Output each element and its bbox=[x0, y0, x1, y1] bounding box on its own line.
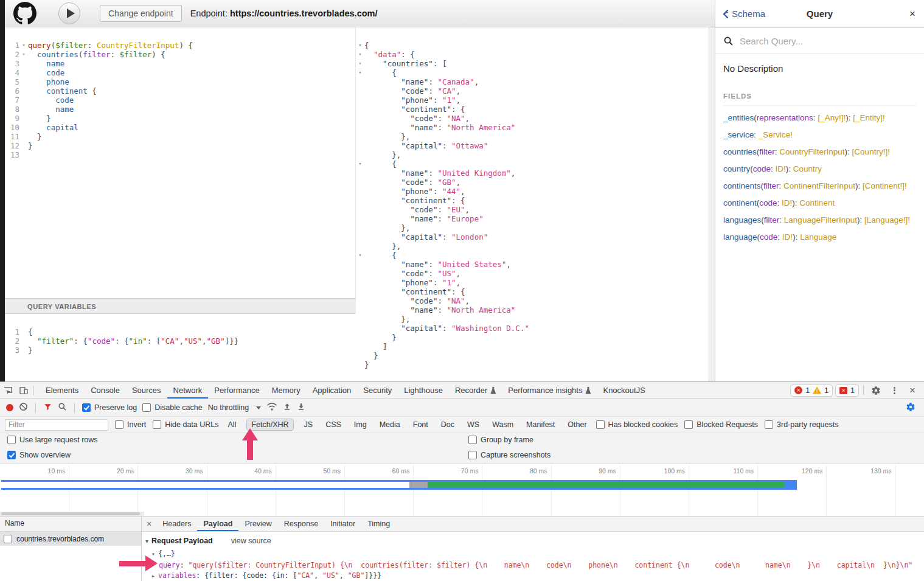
doc-field-item[interactable]: _entities(representations: [_Any!]!): [_… bbox=[723, 110, 916, 127]
code-line[interactable]: 10 capital bbox=[5, 123, 355, 132]
devtools-tab-security[interactable]: Security bbox=[357, 382, 398, 398]
code-line[interactable]: "capital": "London" bbox=[356, 232, 709, 242]
request-payload-section[interactable]: ▾ Request Payload view source bbox=[145, 537, 924, 545]
request-overview-bar[interactable] bbox=[1, 480, 797, 490]
network-conditions-icon[interactable] bbox=[266, 402, 277, 413]
code-line[interactable]: 2▾ countries(filter: $filter) { bbox=[5, 50, 355, 59]
resource-filter-wasm[interactable]: Wasm bbox=[490, 419, 516, 430]
code-line[interactable]: 8 name bbox=[5, 105, 355, 114]
devtools-tab-memory[interactable]: Memory bbox=[266, 382, 307, 398]
code-line[interactable]: "name": "United States", bbox=[356, 260, 709, 269]
code-line[interactable]: } bbox=[356, 360, 709, 369]
horizontal-scrollbar[interactable] bbox=[0, 512, 144, 516]
code-line[interactable]: ▾ { bbox=[356, 68, 709, 77]
disable-cache-checkbox[interactable]: Disable cache bbox=[142, 403, 203, 412]
filter-funnel-icon[interactable] bbox=[43, 403, 52, 413]
code-line[interactable]: ▾ "countries": [ bbox=[356, 59, 709, 68]
doc-field-item[interactable]: continent(code: ID!): Continent bbox=[723, 195, 916, 212]
detail-tab-timing[interactable]: Timing bbox=[361, 517, 396, 531]
export-har-icon[interactable] bbox=[297, 402, 305, 413]
code-line[interactable]: 3 name bbox=[5, 59, 355, 68]
disclosure-open-icon[interactable]: ▾ bbox=[145, 538, 148, 544]
detail-tab-initiator[interactable]: Initiator bbox=[324, 517, 361, 531]
fold-arrow-icon[interactable]: ▾ bbox=[356, 59, 364, 68]
requests-name-column-header[interactable]: Name bbox=[0, 517, 141, 532]
settings-gear-icon[interactable] bbox=[868, 386, 884, 395]
third-party-requests-checkbox[interactable]: 3rd-party requests bbox=[765, 420, 838, 429]
code-line[interactable]: ▾{ bbox=[356, 41, 709, 50]
devtools-tab-console[interactable]: Console bbox=[85, 382, 126, 398]
resource-filter-js[interactable]: JS bbox=[302, 419, 316, 430]
fold-arrow-icon[interactable]: ▾ bbox=[19, 50, 28, 59]
device-toolbar-icon[interactable] bbox=[16, 382, 32, 398]
code-line[interactable]: 6 continent { bbox=[5, 86, 355, 96]
code-line[interactable]: }, bbox=[356, 150, 709, 159]
devtools-close-icon[interactable]: × bbox=[905, 384, 920, 397]
github-logo-icon[interactable] bbox=[13, 2, 36, 25]
preserve-log-checkbox[interactable]: Preserve log bbox=[82, 403, 137, 412]
detail-tab-response[interactable]: Response bbox=[278, 517, 324, 531]
code-line[interactable]: "code": "CA", bbox=[356, 86, 709, 96]
fold-arrow-icon[interactable]: ▾ bbox=[356, 159, 364, 169]
has-blocked-cookies-checkbox[interactable]: Has blocked cookies bbox=[596, 420, 678, 429]
devtools-tab-performance[interactable]: Performance bbox=[208, 382, 265, 398]
devtools-tab-knockoutjs[interactable]: KnockoutJS bbox=[597, 382, 651, 398]
code-line[interactable]: "name": "North America" bbox=[356, 305, 709, 315]
throttling-select[interactable]: No throttling bbox=[208, 403, 261, 412]
request-row[interactable]: countries.trevorblades.com bbox=[0, 532, 141, 546]
search-icon[interactable] bbox=[58, 402, 67, 413]
code-line[interactable]: ▾ { bbox=[356, 159, 709, 169]
code-line[interactable]: "continent": { bbox=[356, 105, 709, 114]
request-row-checkbox[interactable] bbox=[4, 535, 12, 543]
code-line[interactable]: "name": "North America" bbox=[356, 123, 709, 132]
show-overview-checkbox[interactable]: Show overview bbox=[7, 451, 71, 459]
graphiql-response-pane[interactable]: ▾{▾ "data": {▾ "countries": [▾ { "name":… bbox=[356, 27, 709, 381]
code-line[interactable]: "phone": "44", bbox=[356, 187, 709, 196]
resource-filter-img[interactable]: Img bbox=[352, 419, 369, 430]
record-icon[interactable] bbox=[6, 404, 13, 411]
code-line[interactable]: }, bbox=[356, 223, 709, 232]
use-large-request-rows-checkbox[interactable]: Use large request rows bbox=[7, 436, 98, 444]
devtools-tab-elements[interactable]: Elements bbox=[40, 382, 85, 398]
doc-field-item[interactable]: continents(filter: ContinentFilterInput)… bbox=[723, 178, 916, 195]
resource-filter-all[interactable]: All bbox=[226, 419, 239, 430]
resource-filter-other[interactable]: Other bbox=[565, 419, 589, 430]
payload-root-node[interactable]: ▾ {,…} bbox=[151, 549, 924, 558]
execute-query-button[interactable] bbox=[58, 2, 80, 24]
devtools-tab-network[interactable]: Network bbox=[167, 382, 209, 398]
code-line[interactable]: 1▾query($filter: CountryFilterInput) { bbox=[5, 41, 355, 50]
code-line[interactable]: }, bbox=[356, 315, 709, 324]
doc-close-icon[interactable]: × bbox=[909, 8, 915, 20]
resource-filter-media[interactable]: Media bbox=[377, 419, 403, 430]
fold-arrow-icon[interactable]: ▾ bbox=[356, 50, 364, 59]
code-line[interactable]: 3} bbox=[5, 346, 356, 355]
detail-tab-preview[interactable]: Preview bbox=[238, 517, 277, 531]
group-by-frame-checkbox[interactable]: Group by frame bbox=[468, 436, 533, 444]
devtools-tab-application[interactable]: Application bbox=[307, 382, 358, 398]
detail-close-icon[interactable]: × bbox=[142, 519, 156, 529]
query-variables-header[interactable]: QUERY VARIABLES bbox=[5, 298, 356, 314]
code-line[interactable]: } bbox=[356, 333, 709, 342]
code-line[interactable]: "capital": "Ottawa" bbox=[356, 141, 709, 150]
code-line[interactable]: "capital": "Washington D.C." bbox=[356, 324, 709, 333]
inspect-element-icon[interactable] bbox=[0, 382, 16, 398]
code-line[interactable]: "phone": "1", bbox=[356, 96, 709, 105]
fold-arrow-icon[interactable]: ▾ bbox=[19, 41, 28, 50]
network-overview-timeline[interactable]: 10 ms20 ms30 ms40 ms50 ms60 ms70 ms80 ms… bbox=[0, 464, 924, 517]
code-line[interactable]: "code": "US", bbox=[356, 269, 709, 278]
network-filter-input[interactable] bbox=[5, 419, 108, 431]
code-line[interactable]: }, bbox=[356, 132, 709, 141]
invert-checkbox[interactable]: Invert bbox=[115, 420, 146, 429]
capture-screenshots-checkbox[interactable]: Capture screenshots bbox=[468, 451, 551, 459]
code-line[interactable]: "name": "United Kingdom", bbox=[356, 169, 709, 178]
code-line[interactable]: ▾ { bbox=[356, 251, 709, 260]
payload-query-line[interactable]: query: "query($filter: CountryFilterInpu… bbox=[159, 561, 924, 569]
code-line[interactable]: 7 code bbox=[5, 96, 355, 105]
code-line[interactable]: "continent": { bbox=[356, 287, 709, 296]
graphiql-query-editor[interactable]: 1▾query($filter: CountryFilterInput) {2▾… bbox=[5, 27, 356, 298]
blocked-requests-checkbox[interactable]: Blocked Requests bbox=[684, 420, 758, 429]
code-line[interactable]: "name": "Canada", bbox=[356, 77, 709, 86]
resource-filter-manifest[interactable]: Manifest bbox=[524, 419, 557, 430]
code-line[interactable]: 12} bbox=[5, 141, 355, 150]
resource-filter-doc[interactable]: Doc bbox=[439, 419, 457, 430]
